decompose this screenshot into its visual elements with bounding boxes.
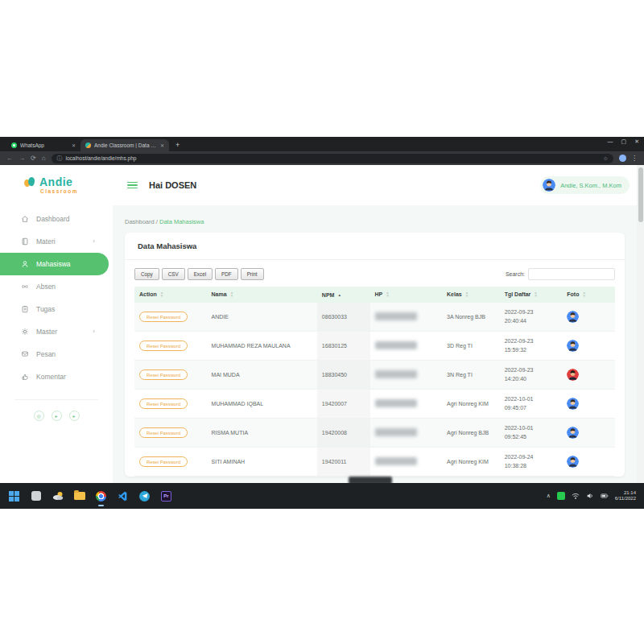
tab-whatsapp[interactable]: WhatsApp ✕ [6, 139, 80, 151]
wifi-icon[interactable] [572, 492, 580, 500]
sidebar-item-pesan[interactable]: Pesan [0, 343, 113, 365]
system-tray: ∧ 21:14 6/11/2022 [547, 490, 636, 502]
browser-menu-kebab-icon[interactable]: ⋮ [631, 155, 638, 162]
tray-expand-icon[interactable]: ∧ [547, 493, 551, 499]
telegram-icon[interactable]: ▸ [69, 411, 80, 421]
student-avatar [567, 340, 579, 352]
cell-foto [562, 448, 615, 477]
user-name: Andie, S.Kom., M.Kom [560, 182, 621, 189]
table-row: Reset Password ANDIE 08630033 3A Nonreg … [134, 303, 615, 332]
browser-window: WhatsApp ✕ Andie Classroom | Data Mahasi… [0, 137, 644, 509]
taskbar-vscode-button[interactable] [117, 490, 129, 502]
home-button[interactable]: ⌂ [42, 155, 46, 162]
taskbar-telegram-button[interactable] [138, 490, 151, 502]
cell-npm: 19420007 [317, 390, 370, 419]
user-avatar [543, 179, 555, 192]
tab-andie-classroom[interactable]: Andie Classroom | Data Mahasis ✕ [80, 139, 169, 151]
window-minimize-button[interactable]: — [608, 138, 613, 145]
taskbar-weather-widget[interactable] [52, 490, 64, 502]
page-viewport: Andie Classroom Dashboard Materi › [0, 165, 644, 483]
logo-subtitle: Classroom [40, 189, 113, 195]
tab-close-icon[interactable]: ✕ [72, 142, 76, 148]
address-bar[interactable]: ⓘ localhost/andie/andie/mhs.php ☆ [52, 154, 613, 163]
battery-icon[interactable] [601, 492, 609, 500]
site-info-icon[interactable]: ⓘ [57, 155, 63, 163]
reset-password-button[interactable]: Reset Password [139, 312, 188, 322]
start-button[interactable] [8, 490, 20, 502]
sort-icon: ▲▼ [230, 291, 233, 298]
tab-close-icon[interactable]: ✕ [160, 142, 164, 148]
sidebar-item-dashboard[interactable]: Dashboard [0, 208, 113, 230]
copy-button[interactable]: Copy [134, 268, 159, 280]
cell-nama: RISMA MUTIA [207, 419, 317, 448]
premiere-icon: Pr [161, 491, 171, 502]
csv-button[interactable]: CSV [162, 268, 185, 280]
sidebar-item-materi[interactable]: Materi › [0, 230, 113, 253]
column-header-hp[interactable]: HP▲▼ [370, 287, 443, 303]
browser-tabstrip: WhatsApp ✕ Andie Classroom | Data Mahasi… [0, 137, 644, 151]
taskbar-premiere-button[interactable]: Pr [160, 490, 172, 502]
column-header-npm[interactable]: NPM▲ [317, 287, 370, 303]
forward-button[interactable]: → [19, 155, 25, 162]
youtube-icon[interactable]: ▸ [52, 411, 62, 421]
new-tab-button[interactable]: + [175, 139, 180, 151]
sidebar-item-tugas[interactable]: Tugas [0, 298, 113, 320]
partial-row-blur [349, 477, 392, 483]
reset-password-button[interactable]: Reset Password [139, 427, 188, 438]
column-header-nama[interactable]: Nama▲▼ [207, 287, 317, 303]
data-mahasiswa-card: Data Mahasiswa Copy CSV Excel PDF Print … [125, 233, 625, 477]
cell-tgl: 2022-10-0109:52:45 [500, 419, 563, 448]
cell-npm: 19420008 [317, 419, 370, 448]
taskbar-search-button[interactable] [30, 490, 42, 502]
reset-password-button[interactable]: Reset Password [139, 398, 188, 409]
cell-kelas: Agri Nonreg KIM [442, 390, 500, 419]
column-header-foto[interactable]: Foto▲▼ [562, 287, 615, 303]
column-header-action[interactable]: Action▲▼ [134, 287, 207, 303]
search-input[interactable] [528, 268, 615, 280]
sidebar-item-mahasiswa[interactable]: Mahasiswa [0, 253, 109, 275]
reload-button[interactable]: ⟳ [31, 155, 36, 162]
cell-nama: ANDIE [207, 303, 317, 332]
sidebar-item-master[interactable]: Master › [0, 320, 113, 343]
back-button[interactable]: ← [6, 155, 13, 162]
user-profile-button[interactable]: Andie, S.Kom., M.Kom [540, 176, 630, 194]
table-row: Reset Password MUHAMMAD REZA MAULANA 168… [134, 332, 615, 361]
excel-button[interactable]: Excel [188, 268, 213, 280]
reset-password-button[interactable]: Reset Password [139, 369, 188, 380]
scrollbar-thumb[interactable] [638, 167, 643, 222]
app-logo: Andie Classroom [0, 165, 113, 195]
sidebar-item-komentar[interactable]: Komentar [0, 365, 113, 388]
hp-blurred-value [375, 312, 417, 320]
cell-kelas: Agri Nonreg BJB [442, 419, 500, 448]
student-icon [21, 260, 29, 268]
window-maximize-button[interactable]: ▢ [621, 138, 627, 145]
cell-npm: 08630033 [317, 303, 370, 332]
instagram-icon[interactable]: ◎ [34, 411, 44, 421]
datatable-toolbar: Copy CSV Excel PDF Print Search: [134, 268, 615, 280]
window-close-button[interactable]: ✕ [634, 138, 639, 145]
folder-icon [74, 492, 85, 500]
students-table: Action▲▼ Nama▲▼ NPM▲ HP▲▼ Kelas▲▼ Tgl Da… [134, 287, 615, 477]
browser-profile-avatar[interactable] [619, 155, 626, 162]
reset-password-button[interactable]: Reset Password [139, 341, 188, 351]
table-row: Reset Password RISMA MUTIA 19420008 Agri… [134, 419, 615, 448]
print-button[interactable]: Print [241, 268, 264, 280]
reset-password-button[interactable]: Reset Password [139, 456, 188, 467]
thumbs-up-icon [21, 373, 29, 381]
column-header-tgl-daftar[interactable]: Tgl Daftar▲▼ [500, 287, 563, 303]
sidebar-item-absen[interactable]: Absen [0, 275, 113, 298]
chevron-right-icon: › [93, 328, 95, 335]
taskbar-chrome-button[interactable] [95, 490, 107, 502]
hamburger-menu-icon[interactable] [127, 182, 138, 189]
taskbar-file-explorer-button[interactable] [73, 490, 85, 502]
page-scrollbar[interactable] [637, 165, 644, 483]
taskbar-clock[interactable]: 21:14 6/11/2022 [615, 490, 636, 502]
breadcrumb-parent[interactable]: Dashboard [125, 218, 155, 225]
whatsapp-tray-icon[interactable] [557, 492, 565, 500]
cell-nama: SITI AMINAH [207, 448, 317, 477]
cell-npm: 19420011 [317, 448, 370, 477]
column-header-kelas[interactable]: Kelas▲▼ [442, 287, 500, 303]
pdf-button[interactable]: PDF [215, 268, 238, 280]
bookmark-star-icon[interactable]: ☆ [603, 155, 608, 162]
volume-icon[interactable] [586, 492, 594, 500]
